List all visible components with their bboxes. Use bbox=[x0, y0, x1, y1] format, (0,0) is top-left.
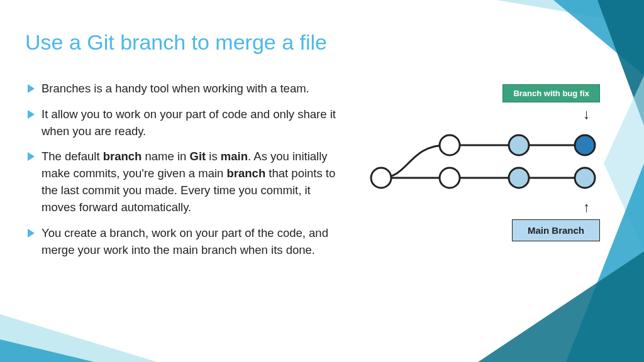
svg-marker-5 bbox=[478, 251, 644, 362]
svg-point-15 bbox=[509, 168, 529, 188]
svg-marker-0 bbox=[497, 0, 644, 25]
svg-marker-6 bbox=[0, 314, 157, 362]
svg-point-11 bbox=[440, 135, 460, 155]
branch-diagram: Branch with bug fix ↓ ↑ Main Branch bbox=[352, 80, 616, 267]
arrow-up-icon: ↑ bbox=[583, 199, 590, 216]
bullet-item: Branches is a handy tool when working wi… bbox=[25, 80, 346, 97]
svg-point-12 bbox=[509, 135, 529, 155]
main-label-box: Main Branch bbox=[512, 219, 600, 241]
svg-marker-1 bbox=[553, 0, 644, 75]
svg-point-16 bbox=[575, 168, 595, 188]
branch-label-box: Branch with bug fix bbox=[502, 84, 600, 102]
svg-point-14 bbox=[440, 168, 460, 188]
svg-point-10 bbox=[371, 168, 391, 188]
svg-marker-7 bbox=[0, 339, 94, 362]
bullet-item: The default branch name in Git is main. … bbox=[25, 148, 346, 216]
git-graph-icon bbox=[352, 126, 616, 195]
content-area: Branches is a handy tool when working wi… bbox=[25, 80, 619, 267]
bullet-item: It allow you to work on your part of cod… bbox=[25, 106, 346, 140]
arrow-down-icon: ↓ bbox=[583, 106, 590, 123]
slide-title: Use a Git branch to merge a file bbox=[25, 30, 327, 55]
bullet-item: You create a branch, work on your part o… bbox=[25, 225, 346, 259]
bullet-list: Branches is a handy tool when working wi… bbox=[25, 80, 346, 267]
svg-point-13 bbox=[575, 135, 595, 155]
